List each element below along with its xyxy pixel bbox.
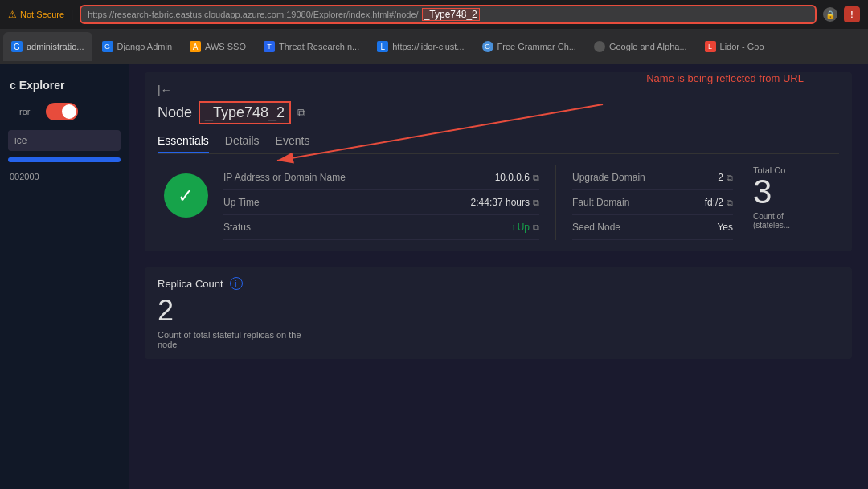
- browser-tab-django[interactable]: G Django Admin: [94, 32, 181, 61]
- separator: |: [71, 9, 73, 20]
- seed-label: Seed Node: [572, 222, 620, 233]
- app-container: c Explorer ror ice 002000 Name is being …: [0, 64, 868, 489]
- browser-tab-lidor[interactable]: L https://lidor-clust...: [369, 32, 472, 61]
- fault-label: Fault Domain: [572, 197, 629, 208]
- ip-value: 10.0.0.6 ⧉: [495, 172, 539, 183]
- essentials-grid: ✓ IP Address or Domain Name 10.0.0.6 ⧉ U…: [158, 165, 839, 240]
- up-arrow-icon: ↑: [511, 222, 516, 233]
- toggle-switch[interactable]: [46, 103, 78, 120]
- seed-value: Yes: [717, 222, 733, 233]
- info-row-uptime: Up Time 2:44:37 hours ⧉: [223, 190, 539, 215]
- browser-tab-admin[interactable]: G administratio...: [3, 32, 92, 61]
- tab-favicon-google: ·: [594, 41, 605, 52]
- security-warning: ⚠ Not Secure: [8, 9, 64, 20]
- browser-tab-lidor2[interactable]: L Lidor - Goo: [697, 32, 772, 61]
- info-section-right: Upgrade Domain 2 ⧉ Fault Domain fd:/2 ⧉: [572, 165, 733, 240]
- toggle-label: ror: [10, 104, 39, 120]
- annotation-text: Name is being reflected from URL: [646, 72, 804, 84]
- tab-label-aws: AWS SSO: [205, 42, 246, 51]
- extension-icon[interactable]: !: [844, 6, 860, 22]
- sidebar: c Explorer ror ice 002000: [0, 64, 129, 489]
- total-count-number: 3: [753, 175, 839, 209]
- status-circle: ✓: [164, 173, 208, 218]
- browser-tabs-row: G administratio... G Django Admin A AWS …: [0, 29, 868, 64]
- toggle-knob: [62, 104, 76, 119]
- node-panel: |← Node _Type748_2 ⧉ Essentials Details …: [145, 72, 852, 251]
- info-section-left: IP Address or Domain Name 10.0.0.6 ⧉ Up …: [223, 165, 539, 240]
- sidebar-blue-bar: [8, 157, 121, 162]
- address-bar-row: ⚠ Not Secure | https://research-fabric.e…: [0, 0, 868, 29]
- browser-tab-aws[interactable]: A AWS SSO: [182, 32, 254, 61]
- info-row-status: Status ↑ Up ⧉: [223, 215, 539, 240]
- replica-number: 2: [158, 295, 839, 327]
- copy-icon[interactable]: ⧉: [297, 106, 305, 120]
- browser-chrome: ⚠ Not Secure | https://research-fabric.e…: [0, 0, 868, 64]
- tab-favicon-grammar: G: [482, 41, 493, 52]
- upgrade-label: Upgrade Domain: [572, 172, 645, 183]
- status-up-indicator: ↑ Up: [511, 222, 530, 233]
- tab-label-lidor2: Lidor - Goo: [720, 42, 764, 51]
- replica-description: Count of total stateful replicas on the …: [158, 330, 302, 349]
- uptime-value: 2:44:37 hours ⧉: [471, 197, 539, 208]
- browser-icons: 🔒 !: [823, 6, 860, 22]
- ip-label: IP Address or Domain Name: [223, 172, 346, 183]
- uptime-label: Up Time: [223, 197, 260, 208]
- total-count-section: Total Co 3 Count of (stateles...: [743, 165, 839, 240]
- divider-vertical: [555, 165, 556, 240]
- node-title-row: Node _Type748_2 ⧉: [158, 101, 839, 124]
- tab-label-lidor: https://lidor-clust...: [392, 42, 464, 51]
- info-row-seed: Seed Node Yes: [572, 215, 733, 240]
- node-name-box: _Type748_2: [199, 101, 291, 124]
- tab-favicon-lidor: L: [377, 41, 388, 52]
- status-circle-area: ✓: [158, 165, 214, 240]
- tabs-nav: Essentials Details Events: [158, 134, 839, 154]
- url-prefix: https://research-fabric.eastus.cloudapp.…: [88, 10, 419, 19]
- sidebar-item-label: ice: [14, 135, 114, 146]
- replica-title: Replica Count: [158, 278, 223, 290]
- tab-label-google: Google and Alpha...: [609, 42, 687, 51]
- node-label: Node: [158, 104, 192, 121]
- copy-ip-icon[interactable]: ⧉: [533, 173, 539, 183]
- url-highlight: _Type748_2: [422, 8, 480, 21]
- copy-upgrade-icon[interactable]: ⧉: [727, 173, 733, 183]
- copy-fault-icon[interactable]: ⧉: [727, 198, 733, 208]
- browser-tab-grammar[interactable]: G Free Grammar Ch...: [474, 32, 584, 61]
- tab-favicon-admin: G: [11, 41, 23, 52]
- info-circle-icon[interactable]: i: [230, 277, 243, 290]
- shield-icon[interactable]: 🔒: [823, 7, 837, 22]
- tab-favicon-threat: T: [264, 41, 275, 52]
- main-content: Name is being reflected from URL |← Node…: [129, 64, 868, 489]
- browser-tab-google[interactable]: · Google and Alpha...: [586, 32, 695, 61]
- tab-label-admin: administratio...: [27, 42, 84, 51]
- url-bar[interactable]: https://research-fabric.eastus.cloudapp.…: [80, 5, 817, 24]
- sidebar-item-box: ice: [8, 130, 121, 151]
- info-row-fault: Fault Domain fd:/2 ⧉: [572, 190, 733, 215]
- upgrade-value: 2 ⧉: [718, 172, 733, 183]
- toggle-row: ror: [0, 98, 129, 125]
- replica-section: Replica Count i 2 Count of total statefu…: [145, 267, 852, 359]
- tab-favicon-django: G: [102, 41, 113, 52]
- warning-icon: ⚠: [8, 9, 17, 20]
- tab-details[interactable]: Details: [225, 134, 260, 153]
- fault-value: fd:/2 ⧉: [705, 197, 733, 208]
- back-nav[interactable]: |←: [158, 84, 839, 96]
- tab-favicon-aws: A: [190, 41, 201, 52]
- tab-label-grammar: Free Grammar Ch...: [497, 42, 576, 51]
- tab-label-threat: Threat Research n...: [279, 42, 359, 51]
- total-count-sub: Count of (stateles...: [753, 212, 839, 230]
- status-label: Status: [223, 222, 251, 233]
- info-row-ip: IP Address or Domain Name 10.0.0.6 ⧉: [223, 165, 539, 190]
- warning-text: Not Secure: [20, 10, 64, 19]
- tab-essentials[interactable]: Essentials: [158, 134, 209, 153]
- tab-favicon-lidor2: L: [705, 41, 716, 52]
- sidebar-item-value: 002000: [0, 169, 129, 185]
- copy-status-icon[interactable]: ⧉: [533, 222, 539, 233]
- tab-label-django: Django Admin: [117, 42, 173, 51]
- copy-uptime-icon[interactable]: ⧉: [533, 198, 539, 208]
- info-row-upgrade: Upgrade Domain 2 ⧉: [572, 165, 733, 190]
- status-value: ↑ Up ⧉: [511, 222, 539, 233]
- sidebar-title: c Explorer: [0, 72, 129, 98]
- tab-events[interactable]: Events: [276, 134, 310, 153]
- browser-tab-threat[interactable]: T Threat Research n...: [256, 32, 367, 61]
- replica-header: Replica Count i: [158, 277, 839, 290]
